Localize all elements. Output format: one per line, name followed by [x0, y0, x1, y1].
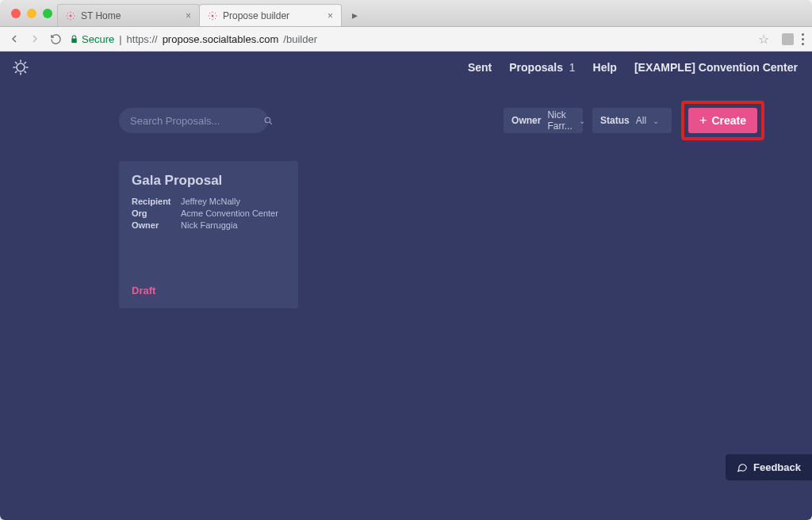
search-input[interactable]: [130, 115, 263, 127]
owner-filter[interactable]: Owner Nick Farr... ⌄: [504, 108, 583, 133]
brand-icon[interactable]: [11, 58, 30, 77]
nav-proposals[interactable]: Proposals 1: [509, 61, 575, 74]
search-field[interactable]: [119, 108, 268, 133]
create-button-label: Create: [711, 114, 746, 127]
svg-point-1: [212, 14, 214, 17]
nav-help[interactable]: Help: [593, 61, 617, 74]
create-button[interactable]: + Create: [688, 108, 757, 133]
secure-indicator: Secure: [70, 33, 114, 45]
proposal-recipient-row: Recipient Jeffrey McNally: [132, 197, 285, 206]
recipient-label: Recipient: [132, 197, 181, 206]
content-area: Owner Nick Farr... ⌄ Status All ⌄ + Crea…: [0, 83, 812, 308]
proposal-title: Gala Proposal: [132, 173, 285, 189]
nav-right: Sent Proposals 1 Help [EXAMPLE] Conventi…: [468, 61, 798, 74]
chevron-down-icon: ⌄: [579, 117, 585, 125]
app-header: Sent Proposals 1 Help [EXAMPLE] Conventi…: [0, 52, 812, 83]
svg-point-0: [70, 14, 72, 17]
recipient-value: Jeffrey McNally: [181, 197, 240, 206]
nav-proposals-count: 1: [569, 61, 576, 74]
status-filter-label: Status: [600, 115, 630, 126]
feedback-button[interactable]: Feedback: [726, 454, 812, 480]
nav-sent[interactable]: Sent: [468, 61, 492, 74]
close-window-button[interactable]: [11, 9, 21, 18]
proposal-org-row: Org Acme Convention Center: [132, 208, 285, 218]
chevron-down-icon: ⌄: [653, 117, 659, 125]
extension-icon[interactable]: [782, 33, 794, 45]
owner-value: Nick Farruggia: [181, 220, 238, 230]
browser-menu-button[interactable]: [802, 33, 804, 45]
chat-icon: [737, 462, 748, 473]
close-tab-icon[interactable]: ×: [327, 10, 333, 21]
gear-icon: [208, 11, 217, 21]
bookmark-icon[interactable]: ☆: [758, 32, 769, 47]
status-filter[interactable]: Status All ⌄: [592, 108, 672, 133]
owner-label: Owner: [132, 220, 181, 230]
svg-point-3: [265, 117, 270, 123]
close-tab-icon[interactable]: ×: [186, 10, 191, 21]
secure-label: Secure: [82, 33, 114, 45]
owner-filter-value: Nick Farr...: [547, 109, 572, 132]
owner-filter-label: Owner: [511, 115, 541, 126]
url-field[interactable]: Secure | https://propose.socialtables.co…: [70, 33, 750, 45]
tab-propose-builder[interactable]: Propose builder ×: [199, 4, 342, 26]
forward-button[interactable]: [29, 32, 41, 45]
back-button[interactable]: [8, 32, 21, 45]
proposal-owner-row: Owner Nick Farruggia: [132, 220, 285, 230]
proposal-card[interactable]: Gala Proposal Recipient Jeffrey McNally …: [119, 161, 298, 308]
search-icon: [263, 116, 274, 126]
svg-point-2: [17, 63, 25, 71]
window-controls: [6, 9, 57, 26]
org-label: Org: [132, 208, 181, 218]
toolbar: Owner Nick Farr... ⌄ Status All ⌄ + Crea…: [119, 101, 764, 140]
lock-icon: [70, 35, 79, 44]
browser-window: ST Home × Propose builder × ▸ Secure: [0, 0, 812, 520]
filters: Owner Nick Farr... ⌄ Status All ⌄ + Crea…: [504, 101, 764, 140]
tab-st-home[interactable]: ST Home ×: [57, 4, 200, 26]
tab-label: ST Home: [81, 10, 121, 21]
nav-proposals-label: Proposals: [509, 61, 563, 74]
app-root: Sent Proposals 1 Help [EXAMPLE] Conventi…: [0, 52, 812, 520]
url-separator: |: [119, 33, 121, 45]
status-badge: Draft: [132, 285, 285, 296]
url-path: /builder: [283, 33, 317, 45]
plus-icon: +: [699, 114, 707, 127]
address-bar: Secure | https://propose.socialtables.co…: [0, 27, 812, 52]
url-host: propose.socialtables.com: [163, 33, 279, 45]
tab-bar: ST Home × Propose builder × ▸: [0, 0, 812, 27]
reload-button[interactable]: [49, 32, 62, 45]
new-tab-button[interactable]: ▸: [346, 7, 363, 23]
status-filter-value: All: [636, 115, 646, 126]
minimize-window-button[interactable]: [27, 9, 36, 18]
tab-label: Propose builder: [223, 10, 289, 21]
url-scheme: https://: [127, 33, 158, 45]
maximize-window-button[interactable]: [43, 9, 52, 18]
feedback-label: Feedback: [753, 461, 801, 473]
create-highlight: + Create: [681, 101, 764, 140]
gear-icon: [66, 11, 75, 21]
nav-org[interactable]: [EXAMPLE] Convention Center: [634, 61, 798, 74]
org-value: Acme Convention Center: [181, 208, 278, 218]
